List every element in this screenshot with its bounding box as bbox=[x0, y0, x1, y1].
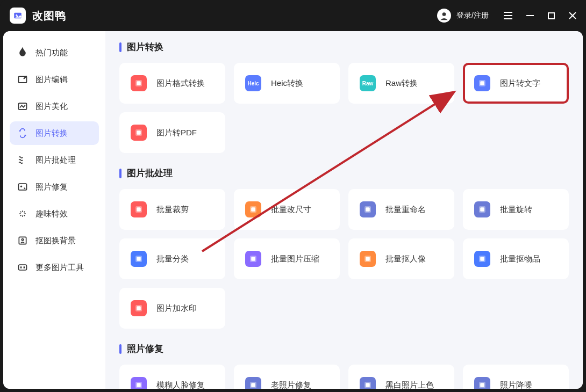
feature-card-2-0[interactable]: 模糊人脸修复 bbox=[119, 365, 225, 389]
sidebar-item-6[interactable]: 趣味特效 bbox=[10, 202, 99, 226]
card-label: 图片加水印 bbox=[156, 303, 197, 314]
sidebar-item-3[interactable]: 图片转换 bbox=[10, 121, 99, 145]
svg-rect-33 bbox=[137, 257, 141, 261]
convert-icon bbox=[17, 128, 28, 139]
sidebar-item-label: 热门功能 bbox=[35, 48, 68, 58]
beautify-icon bbox=[17, 101, 28, 112]
sidebar-item-5[interactable]: 照片修复 bbox=[10, 175, 99, 199]
svg-rect-19 bbox=[137, 81, 141, 85]
sidebar-item-label: 趣味特效 bbox=[35, 209, 68, 219]
svg-rect-4 bbox=[504, 12, 512, 13]
feature-card-2-1[interactable]: 老照片修复 bbox=[234, 365, 340, 389]
login-label: 登录/注册 bbox=[456, 11, 489, 20]
fire-icon bbox=[17, 47, 28, 58]
feature-card-1-5[interactable]: 批量图片压缩 bbox=[234, 238, 340, 279]
svg-point-1 bbox=[16, 14, 17, 16]
svg-rect-25 bbox=[137, 207, 141, 212]
svg-rect-8 bbox=[548, 13, 554, 19]
feature-card-0-1[interactable]: HeicHeic转换 bbox=[234, 63, 340, 104]
svg-rect-6 bbox=[504, 18, 512, 19]
svg-rect-29 bbox=[366, 207, 370, 212]
svg-rect-35 bbox=[251, 257, 255, 261]
feature-card-0-0[interactable]: 图片格式转换 bbox=[119, 63, 225, 104]
svg-rect-31 bbox=[480, 207, 484, 212]
edit-icon bbox=[17, 74, 28, 85]
svg-rect-47 bbox=[366, 383, 370, 387]
sidebar-item-label: 图片批处理 bbox=[35, 155, 76, 165]
effects-icon bbox=[17, 208, 28, 219]
card-label: 图片转PDF bbox=[156, 128, 197, 138]
card-label: 批量抠物品 bbox=[500, 254, 540, 264]
card-label: 批量旋转 bbox=[500, 205, 532, 215]
svg-rect-5 bbox=[504, 15, 512, 16]
avatar-icon bbox=[437, 9, 451, 23]
sidebar-item-label: 图片编辑 bbox=[35, 75, 68, 85]
app-title: 改图鸭 bbox=[32, 9, 66, 23]
login-button[interactable]: 登录/注册 bbox=[437, 9, 489, 23]
svg-rect-37 bbox=[366, 257, 370, 261]
svg-rect-7 bbox=[526, 15, 534, 16]
feature-card-0-4[interactable]: 图片转PDF bbox=[119, 112, 225, 153]
feature-card-1-7[interactable]: 批量抠物品 bbox=[463, 238, 569, 279]
feature-card-1-8[interactable]: 图片加水印 bbox=[119, 288, 225, 329]
sidebar-item-label: 图片美化 bbox=[35, 101, 68, 112]
card-label: 批量重命名 bbox=[385, 205, 426, 215]
sidebar-item-2[interactable]: 图片美化 bbox=[10, 95, 99, 118]
section-title: 图片批处理 bbox=[119, 167, 569, 179]
feature-card-0-3[interactable]: 图片转文字 bbox=[463, 63, 569, 104]
feature-card-1-0[interactable]: 批量裁剪 bbox=[119, 189, 225, 230]
card-label: 黑白照片上色 bbox=[385, 380, 434, 389]
svg-rect-21 bbox=[480, 81, 484, 85]
menu-button[interactable] bbox=[504, 12, 512, 19]
cutout-icon bbox=[17, 235, 28, 246]
sidebar-item-label: 照片修复 bbox=[35, 182, 68, 192]
section-title: 照片修复 bbox=[119, 343, 569, 355]
feature-card-1-6[interactable]: 批量抠人像 bbox=[348, 238, 454, 279]
svg-point-12 bbox=[20, 186, 22, 187]
feature-card-1-4[interactable]: 批量分类 bbox=[119, 238, 225, 279]
svg-point-3 bbox=[442, 12, 446, 16]
feature-card-0-2[interactable]: RawRaw转换 bbox=[348, 63, 454, 104]
sidebar-item-8[interactable]: 更多图片工具 bbox=[10, 256, 99, 279]
feature-card-2-3[interactable]: 照片降噪 bbox=[463, 365, 569, 389]
feature-card-1-3[interactable]: 批量旋转 bbox=[463, 189, 569, 230]
svg-rect-45 bbox=[251, 383, 255, 387]
card-label: 批量裁剪 bbox=[156, 205, 189, 215]
sidebar-item-label: 更多图片工具 bbox=[35, 263, 84, 273]
sidebar-item-4[interactable]: 图片批处理 bbox=[10, 148, 99, 172]
svg-rect-43 bbox=[137, 383, 141, 387]
svg-rect-17 bbox=[24, 266, 25, 268]
sidebar-item-0[interactable]: 热门功能 bbox=[10, 41, 99, 64]
card-label: 批量分类 bbox=[156, 254, 189, 264]
card-label: 图片格式转换 bbox=[156, 78, 205, 89]
card-label: 老照片修复 bbox=[271, 380, 311, 389]
content-area: 图片转换图片格式转换HeicHeic转换RawRaw转换图片转文字图片转PDF图… bbox=[105, 31, 583, 389]
maximize-button[interactable] bbox=[548, 12, 555, 19]
card-label: Heic转换 bbox=[271, 78, 303, 89]
svg-rect-39 bbox=[480, 257, 484, 261]
repair-icon bbox=[17, 182, 28, 192]
card-label: 图片转文字 bbox=[500, 78, 540, 89]
card-label: 照片降噪 bbox=[500, 380, 532, 389]
svg-rect-23 bbox=[137, 130, 141, 135]
feature-card-1-2[interactable]: 批量重命名 bbox=[348, 189, 454, 230]
more-icon bbox=[17, 262, 28, 273]
feature-card-1-1[interactable]: 批量改尺寸 bbox=[234, 189, 340, 230]
close-button[interactable] bbox=[569, 12, 576, 19]
sidebar: 热门功能图片编辑图片美化图片转换图片批处理照片修复趣味特效抠图换背景更多图片工具 bbox=[3, 31, 105, 389]
svg-rect-41 bbox=[137, 306, 141, 310]
minimize-button[interactable] bbox=[526, 12, 534, 19]
card-label: 批量图片压缩 bbox=[271, 254, 319, 264]
card-label: 批量抠人像 bbox=[385, 254, 426, 264]
card-label: 模糊人脸修复 bbox=[156, 380, 205, 389]
sidebar-item-label: 图片转换 bbox=[35, 128, 68, 139]
feature-card-2-2[interactable]: 黑白照片上色 bbox=[348, 365, 454, 389]
svg-rect-27 bbox=[251, 207, 255, 212]
section-title: 图片转换 bbox=[119, 41, 569, 53]
batch-icon bbox=[17, 155, 28, 165]
app-logo bbox=[10, 8, 26, 24]
sidebar-item-1[interactable]: 图片编辑 bbox=[10, 68, 99, 91]
sidebar-item-7[interactable]: 抠图换背景 bbox=[10, 229, 99, 252]
titlebar: 改图鸭 登录/注册 bbox=[0, 0, 586, 31]
svg-rect-49 bbox=[480, 383, 484, 387]
